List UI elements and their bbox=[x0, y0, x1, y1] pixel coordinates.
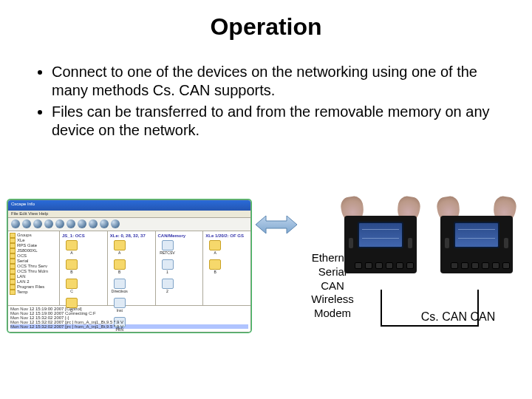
connection-method: Modem bbox=[303, 307, 362, 321]
toolbar-button-icon bbox=[44, 219, 53, 228]
connector-line bbox=[381, 290, 382, 327]
window-titlebar: Cscape Info bbox=[8, 200, 250, 211]
bullet-item: Connect to one of the devices on the net… bbox=[52, 63, 502, 100]
diagram: Cscape Info File Edit View Help Groups X… bbox=[7, 200, 525, 362]
pane-header: XLe 1/20/2: OF GS bbox=[205, 233, 248, 238]
toolbar-button-icon bbox=[78, 219, 86, 228]
folder-tree: Groups XLe RPS Gate JS8000XL OCS Serial … bbox=[8, 231, 60, 305]
tree-item: LAN 2 bbox=[10, 279, 58, 284]
tree-item: Groups bbox=[10, 233, 58, 238]
toolbar-button-icon bbox=[11, 219, 20, 228]
toolbar-button-icon bbox=[66, 219, 75, 228]
tree-item: OCS Thru Mdm bbox=[10, 269, 58, 274]
pane-header: XLe: 0, 28, 32, 37 bbox=[110, 233, 153, 238]
device-image bbox=[436, 200, 517, 275]
toolbar-button-icon bbox=[33, 219, 42, 228]
connection-method: CAN bbox=[303, 279, 362, 293]
cscan-label: Cs. CAN CAN bbox=[406, 310, 510, 324]
bullet-list: Connect to one of the devices on the net… bbox=[0, 54, 532, 150]
double-arrow-icon bbox=[256, 214, 297, 235]
file-browser-window: Cscape Info File Edit View Help Groups X… bbox=[7, 200, 251, 332]
toolbar bbox=[8, 218, 250, 231]
connector-line bbox=[381, 325, 479, 327]
bullet-item: Files can be transferred to and from the… bbox=[52, 103, 502, 140]
toolbar-button-icon bbox=[22, 219, 31, 228]
tree-item: RPS Gate bbox=[10, 243, 58, 248]
tree-item: XLe bbox=[10, 238, 58, 243]
device-image bbox=[340, 200, 421, 275]
toolbar-button-icon bbox=[111, 219, 120, 228]
tree-item: Serial bbox=[10, 259, 58, 264]
svg-marker-0 bbox=[256, 216, 297, 233]
tree-item: OCS bbox=[10, 253, 58, 259]
tree-item: Program Files bbox=[10, 284, 58, 290]
page-title: Operation bbox=[0, 0, 532, 54]
toolbar-button-icon bbox=[55, 219, 64, 228]
content-panes: JS_1: OCS A B C D XLe: 0, 28, 32, 37 A B… bbox=[60, 231, 250, 305]
pane-header: CAN/Memory bbox=[158, 233, 201, 238]
pane-header: JS_1: OCS bbox=[62, 233, 105, 238]
tree-item: OCS Thru Serv bbox=[10, 264, 58, 269]
tree-item: Temp bbox=[10, 290, 58, 295]
tree-item: JS8000XL bbox=[10, 248, 58, 253]
toolbar-button-icon bbox=[100, 219, 109, 228]
menubar: File Edit View Help bbox=[8, 211, 250, 218]
toolbar-button-icon bbox=[89, 219, 98, 228]
tree-item: LAN bbox=[10, 274, 58, 279]
connection-method: Wireless bbox=[303, 293, 362, 307]
